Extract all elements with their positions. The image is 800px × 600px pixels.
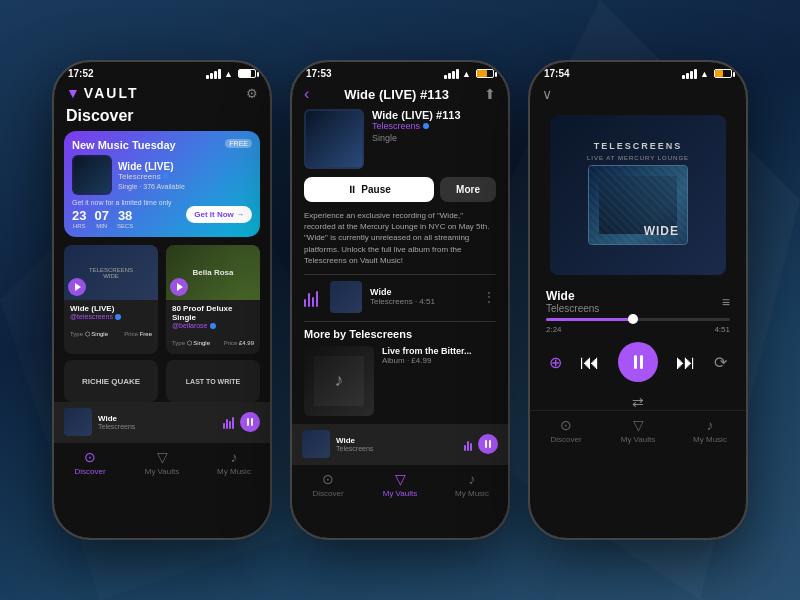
progress-section: 2:24 4:51 <box>530 318 746 334</box>
queue-icon[interactable]: ≡ <box>722 294 730 310</box>
p3-controls: ⊕ ⏮ ⏭ ⟳ <box>530 334 746 390</box>
status-bar-2: 17:53 ▲ <box>292 62 508 81</box>
np-pause-btn-2[interactable] <box>478 434 498 454</box>
bottom-nav-2: ⊙ Discover ▽ My Vaults ♪ My Music <box>292 464 508 506</box>
progress-fill <box>546 318 634 321</box>
nav-vaults-1[interactable]: ▽ My Vaults <box>126 449 198 476</box>
vaults-nav-label: My Vaults <box>145 467 180 476</box>
p2-controls: ⏸ Pause More <box>292 177 508 210</box>
p2-album-info: Live from the Bitter... Album · £4.99 <box>382 346 496 365</box>
p2-description: Experience an exclusive recording of "Wi… <box>292 210 508 274</box>
status-icons-3: ▲ <box>682 69 732 79</box>
np-controls-2 <box>464 434 498 454</box>
card-info-bellarose: 80 Proof Deluxe Single @bellarose Type ⬡… <box>166 300 260 354</box>
nav-music-3[interactable]: ♪ My Music <box>674 417 746 444</box>
vault-logo-text: VAULT <box>84 85 139 101</box>
card-artist-2: @bellarose <box>172 322 254 329</box>
current-track-meta: Telescreens · 4:51 <box>370 297 474 306</box>
wifi-icon-3: ▲ <box>700 69 709 79</box>
equalizer-icon-2 <box>304 287 318 307</box>
nav-vaults-2[interactable]: ▽ My Vaults <box>364 471 436 498</box>
p2-album-card[interactable]: ♪ Live from the Bitter... Album · £4.99 <box>292 346 508 424</box>
shuffle-icon[interactable]: ⇄ <box>632 394 644 410</box>
status-icons-1: ▲ <box>206 69 256 79</box>
wide-album-text: WIDE <box>644 224 679 238</box>
extra-card-1[interactable]: RICHIE QUAKE <box>64 360 158 402</box>
phone-1: 17:52 ▲ ▼ VAULT ⚙ Discover <box>52 60 272 540</box>
next-button[interactable]: ⏭ <box>676 351 696 374</box>
progress-bar[interactable] <box>546 318 730 321</box>
card-telescreens[interactable]: TELESCREENSWIDE Wide (LIVE) @telescreens… <box>64 245 158 354</box>
verified-2 <box>423 123 429 129</box>
share-button[interactable]: ⬆ <box>484 86 496 102</box>
wifi-icon-2: ▲ <box>462 69 471 79</box>
extra-cards-row: RICHIE QUAKE LAST TO WRITE <box>54 354 270 402</box>
now-playing-pause-button[interactable] <box>240 412 260 432</box>
now-playing-bar: Wide Telescreens <box>54 402 270 442</box>
track-more-icon[interactable]: ⋮ <box>482 289 496 305</box>
banner-bottom: Get it now for a limited time only 23 HR… <box>72 199 252 229</box>
current-time: 2:24 <box>546 325 562 334</box>
pause-icon-3 <box>634 355 643 369</box>
band-name: TELESCREENS <box>594 141 683 151</box>
status-time-1: 17:52 <box>68 68 94 79</box>
phone-2-screen: 17:53 ▲ ‹ Wide (LIVE) #113 ⬆ <box>292 62 508 538</box>
equalizer-icon <box>223 415 234 429</box>
now-playing-controls <box>223 412 260 432</box>
new-music-tuesday-banner[interactable]: New Music Tuesday Wide (LIVE) Telescreen… <box>64 131 260 237</box>
p2-album-thumb: ♪ <box>304 346 374 416</box>
status-time-3: 17:54 <box>544 68 570 79</box>
divider-1 <box>304 274 496 275</box>
pause-button[interactable]: ⏸ Pause <box>304 177 434 202</box>
now-playing-info: Wide Telescreens <box>98 414 217 430</box>
p3-track-name: Wide <box>546 289 599 303</box>
discover-label-2: Discover <box>312 489 343 498</box>
wifi-icon: ▲ <box>224 69 233 79</box>
vault-logo-icon: ▼ <box>66 85 80 101</box>
play-pause-button[interactable] <box>618 342 658 382</box>
nav-discover-1[interactable]: ⊙ Discover <box>54 449 126 476</box>
card-bellarose[interactable]: Bella Rosa 80 Proof Deluxe Single @bella… <box>166 245 260 354</box>
np-artist-2: Telescreens <box>336 445 458 452</box>
status-time-2: 17:53 <box>306 68 332 79</box>
signal-icon-3 <box>682 69 697 79</box>
play-overlay[interactable] <box>68 278 86 296</box>
p2-track-type: Single <box>372 133 496 143</box>
cast-icon[interactable]: ⊕ <box>549 353 562 372</box>
divider-2 <box>304 321 496 322</box>
music-label-3: My Music <box>693 435 727 444</box>
play-overlay-2[interactable] <box>170 278 188 296</box>
discover-label-3: Discover <box>550 435 581 444</box>
pause-icon: ⏸ <box>347 184 357 195</box>
banner-limited: Get it now for a limited time only 23 HR… <box>72 199 172 229</box>
status-bar-3: 17:54 ▲ <box>530 62 746 81</box>
more-button[interactable]: More <box>440 177 496 202</box>
nav-vaults-3[interactable]: ▽ My Vaults <box>602 417 674 444</box>
music-nav-label: My Music <box>217 467 251 476</box>
extra-card-2[interactable]: LAST TO WRITE <box>166 360 260 402</box>
banner-type: Single · 376 Available <box>118 183 252 190</box>
p2-track-hero: Wide (LIVE) #113 Telescreens Single <box>292 109 508 177</box>
banner-artist: Telescreens <box>118 172 252 181</box>
p3-track-row: Wide Telescreens ≡ <box>530 283 746 318</box>
nav-music-2[interactable]: ♪ My Music <box>436 471 508 498</box>
get-it-button[interactable]: Get It Now → <box>186 206 252 223</box>
card-art-bellarose: Bella Rosa <box>166 245 260 300</box>
gear-icon[interactable]: ⚙ <box>246 86 258 101</box>
phone-2-content: ‹ Wide (LIVE) #113 ⬆ Wide (LIVE) #113 Te… <box>292 81 508 506</box>
current-track-title: Wide <box>370 287 474 297</box>
previous-button[interactable]: ⏮ <box>580 351 600 374</box>
bottom-nav-1: ⊙ Discover ▽ My Vaults ♪ My Music <box>54 442 270 484</box>
nav-discover-2[interactable]: ⊙ Discover <box>292 471 364 498</box>
phone-1-content: ▼ VAULT ⚙ Discover New Music Tuesday Wid… <box>54 81 270 484</box>
chevron-down-icon[interactable]: ∨ <box>542 86 552 102</box>
nav-music-1[interactable]: ♪ My Music <box>198 449 270 476</box>
nav-discover-3[interactable]: ⊙ Discover <box>530 417 602 444</box>
now-playing-title: Wide <box>98 414 217 423</box>
more-by-label: More by Telescreens <box>292 328 508 346</box>
now-playing-bar-2: Wide Telescreens <box>292 424 508 464</box>
back-button[interactable]: ‹ <box>304 85 309 103</box>
repeat-icon[interactable]: ⟳ <box>714 353 727 372</box>
live-at-text: LIVE AT MERCURY LOUNGE <box>587 155 689 161</box>
card-art-telescreens: TELESCREENSWIDE <box>64 245 158 300</box>
